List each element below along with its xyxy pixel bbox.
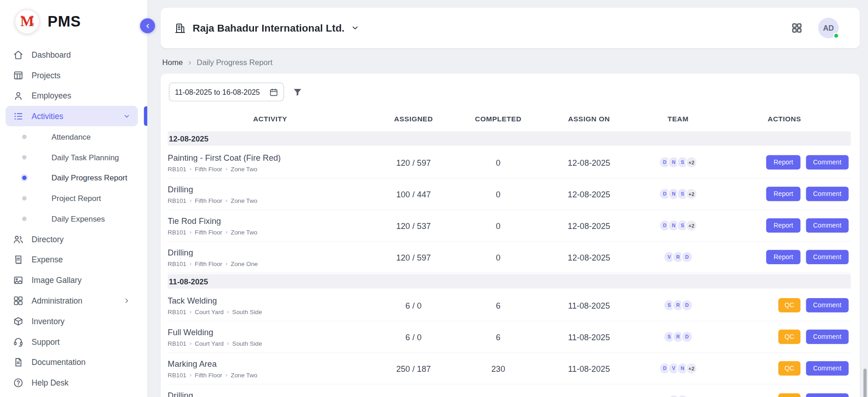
report-button[interactable]: Report	[766, 250, 800, 264]
column-header-actions: ACTIONS	[720, 114, 849, 123]
sidebar-subitem-daily-progress-report[interactable]: Daily Progress Report	[0, 167, 147, 188]
filter-icon[interactable]	[292, 87, 303, 97]
assign-on-value: 11-08-2025	[542, 332, 636, 342]
team-avatars: DNS+2	[636, 188, 720, 200]
column-header-assigned: ASSIGNED	[372, 114, 454, 123]
sidebar-item-activities[interactable]: Activities	[5, 106, 138, 126]
nav-label: Expense	[32, 255, 131, 264]
completed-value: 0	[454, 189, 542, 199]
user-avatar[interactable]: AD	[818, 18, 839, 38]
scrollbar[interactable]	[863, 369, 867, 397]
qc-button[interactable]: QC	[778, 330, 800, 344]
assigned-value: 6 / 0	[372, 332, 454, 342]
nav-label: Dashboard	[32, 50, 131, 59]
qc-button[interactable]: QC	[778, 298, 800, 312]
comment-button[interactable]: Comment	[806, 393, 848, 397]
sub-label: Daily Progress Report	[52, 173, 128, 182]
report-button[interactable]: Report	[766, 218, 800, 233]
date-range-input[interactable]	[169, 82, 284, 101]
comment-button[interactable]: Comment	[806, 187, 848, 201]
sidebar-subitem-daily-expenses[interactable]: Daily Expenses	[0, 208, 147, 229]
path-segment: Court Yard	[195, 308, 224, 315]
chevron-down-icon	[351, 24, 360, 32]
completed-value: 0	[454, 252, 542, 262]
app-logo[interactable]: M PMS	[0, 0, 147, 38]
qc-button[interactable]: QC	[778, 361, 800, 375]
sidebar-item-dashboard[interactable]: Dashboard	[5, 44, 138, 65]
sidebar-item-documentation[interactable]: Documentation	[5, 352, 138, 372]
path-segment: RB101	[168, 165, 187, 172]
row-actions: ReportComment	[720, 155, 849, 169]
activities-icon	[13, 110, 24, 121]
team-member-avatar[interactable]: D	[681, 299, 693, 311]
inventory-icon	[13, 315, 24, 326]
logo-icon: M	[14, 9, 40, 34]
path-separator-icon: ›	[227, 309, 229, 315]
bullet-dot-icon	[22, 196, 27, 201]
company-name: Raja Bahadur International Ltd.	[193, 22, 345, 34]
comment-button[interactable]: Comment	[806, 298, 848, 312]
activity-name: Marking Area	[168, 359, 367, 368]
sidebar-item-projects[interactable]: Projects	[5, 65, 138, 86]
sidebar-collapse-button[interactable]	[140, 18, 155, 33]
path-segment: South Side	[232, 308, 262, 315]
top-header: Raja Bahadur International Ltd. AD	[161, 8, 860, 48]
sidebar-item-expense[interactable]: Expense	[5, 249, 138, 270]
sidebar-item-inventory[interactable]: Inventory	[5, 311, 138, 332]
nav-label: Employees	[32, 91, 131, 100]
path-segment: Fifth Floor	[195, 371, 222, 378]
sidebar-item-administration[interactable]: Administration	[5, 290, 138, 311]
nav-label: Directory	[32, 234, 131, 243]
nav-label: Help Desk	[32, 378, 131, 387]
team-member-avatar[interactable]: R	[676, 394, 689, 397]
assigned-value: 120 / 597	[372, 158, 454, 167]
sidebar-item-image-gallary[interactable]: Image Gallary	[5, 270, 138, 290]
date-range-value[interactable]	[175, 88, 265, 96]
comment-button[interactable]: Comment	[806, 218, 848, 233]
table-body: 12-08-2025 Painting - First Coat (Fire R…	[168, 131, 851, 397]
qc-button[interactable]: QC	[778, 393, 800, 397]
path-segment: Zone Two	[231, 197, 257, 204]
path-segment: Fifth Floor	[195, 165, 222, 172]
sidebar-subitem-daily-task-planning[interactable]: Daily Task Planning	[0, 147, 147, 168]
row-actions: QCComment	[720, 361, 849, 375]
team-overflow-badge[interactable]: +2	[685, 219, 698, 232]
sidebar-subitem-project-report[interactable]: Project Report	[0, 188, 147, 208]
sidebar-item-directory[interactable]: Directory	[5, 229, 138, 250]
team-overflow-badge[interactable]: +2	[685, 362, 698, 375]
team-overflow-badge[interactable]: +2	[685, 188, 698, 200]
team-member-avatar[interactable]: D	[681, 251, 693, 263]
chevron-right-icon	[123, 297, 131, 305]
company-selector[interactable]: Raja Bahadur International Ltd.	[174, 22, 360, 34]
activity-name: Drilling	[168, 184, 367, 194]
comment-button[interactable]: Comment	[806, 361, 848, 375]
directory-icon	[13, 234, 24, 245]
apps-grid-icon[interactable]	[791, 22, 803, 33]
path-segment: South Side	[232, 340, 262, 347]
team-overflow-badge[interactable]: +2	[685, 156, 698, 169]
sidebar-item-support[interactable]: Support	[5, 331, 138, 352]
sidebar-item-employees[interactable]: Employees	[5, 85, 138, 106]
path-segment: RB101	[168, 228, 187, 235]
main-content: Raja Bahadur International Ltd. AD Home …	[148, 0, 868, 397]
column-header-team: TEAM	[636, 114, 720, 123]
path-segment: RB101	[168, 308, 187, 315]
comment-button[interactable]: Comment	[806, 155, 848, 169]
chevron-left-icon	[144, 22, 151, 30]
comment-button[interactable]: Comment	[806, 330, 848, 344]
activity-name: Drilling	[168, 391, 367, 397]
sidebar-subitem-attendance[interactable]: Attendance	[0, 126, 147, 147]
sidebar-item-help-desk[interactable]: Help Desk	[5, 372, 138, 393]
path-segment: RB101	[168, 197, 187, 204]
report-button[interactable]: Report	[766, 155, 800, 169]
path-separator-icon: ›	[190, 261, 192, 266]
comment-button[interactable]: Comment	[806, 250, 848, 264]
report-button[interactable]: Report	[766, 187, 800, 201]
team-member-avatar[interactable]: D	[681, 331, 693, 343]
path-separator-icon: ›	[190, 197, 192, 203]
activity-cell: Tie Rod Fixing RB101›Fifth Floor›Zone Tw…	[168, 216, 373, 235]
activity-path: RB101›Court Yard›South Side	[168, 308, 367, 315]
assign-on-value: 12-08-2025	[542, 189, 636, 199]
breadcrumb-home[interactable]: Home	[162, 57, 183, 66]
column-header-completed: COMPLETED	[454, 114, 542, 123]
